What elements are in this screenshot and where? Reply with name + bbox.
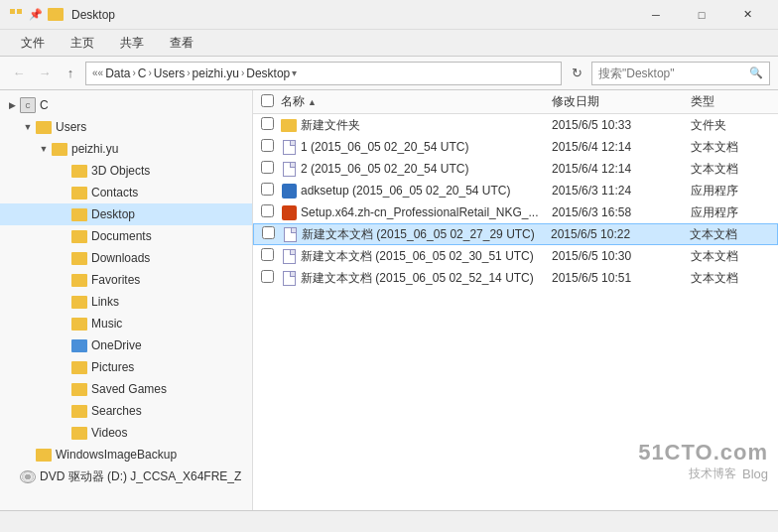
file-row-newtxt1[interactable]: 新建文本文档 (2015_06_05 02_27_29 UTC) 2015/6/… (253, 223, 778, 245)
quick-access-pin[interactable]: 📌 (28, 7, 44, 23)
folder-icon-peizhi (52, 143, 67, 156)
date-adksetup: 2015/6/3 11:24 (552, 184, 691, 198)
file-row-file1[interactable]: 1 (2015_06_05 02_20_54 UTC) 2015/6/4 12:… (253, 136, 778, 158)
breadcrumb-sep-1: › (132, 67, 135, 78)
folder-icon-pictures (71, 361, 87, 374)
status-bar (0, 510, 778, 532)
sidebar-item-documents[interactable]: ▶ Documents (0, 225, 252, 247)
sidebar-label-dvd: DVD 驱动器 (D:) J_CCSA_X64FRE_Z (40, 468, 241, 485)
type-newfolder: 文件夹 (691, 117, 770, 134)
date-file2: 2015/6/4 12:14 (552, 162, 691, 176)
date-setup: 2015/6/3 16:58 (552, 205, 691, 219)
name-newtxt2: 新建文本文档 (2015_06_05 02_30_51 UTC) (301, 248, 552, 265)
file-row-file2[interactable]: 2 (2015_06_05 02_20_54 UTC) 2015/6/4 12:… (253, 158, 778, 180)
row-check-adksetup[interactable] (261, 183, 281, 199)
sidebar-item-users[interactable]: ▼ Users (0, 116, 252, 138)
row-check-newfolder[interactable] (261, 117, 281, 133)
name-newtxt3: 新建文本文档 (2015_06_05 02_52_14 UTC) (301, 270, 552, 287)
sidebar-label-documents: Documents (91, 229, 152, 243)
sidebar-item-pictures[interactable]: ▶ Pictures (0, 356, 252, 378)
close-button[interactable]: ✕ (724, 0, 770, 30)
breadcrumb-user[interactable]: peizhi.yu (193, 66, 239, 80)
breadcrumb-chevron-0: «« (92, 67, 103, 78)
sidebar-item-windowsimagebackup[interactable]: ▶ WindowsImageBackup (0, 444, 252, 466)
row-check-file2[interactable] (261, 161, 281, 177)
sidebar-item-savedgames[interactable]: ▶ Saved Games (0, 378, 252, 400)
sidebar-item-music[interactable]: ▶ Music (0, 313, 252, 334)
folder-icon-searches (71, 405, 87, 418)
type-newtxt2: 文本文档 (691, 248, 770, 265)
sidebar-label-peizhi: peizhi.yu (71, 142, 118, 156)
back-button[interactable]: ← (8, 63, 30, 84)
sort-arrow-name: ▲ (308, 97, 317, 107)
folder-icon-downloads (71, 252, 87, 265)
file-row-adksetup[interactable]: adksetup (2015_06_05 02_20_54 UTC) 2015/… (253, 180, 778, 201)
name-adksetup: adksetup (2015_06_05 02_20_54 UTC) (301, 184, 552, 198)
sidebar-item-downloads[interactable]: ▶ Downloads (0, 247, 252, 269)
sidebar-item-peizhi[interactable]: ▼ peizhi.yu (0, 138, 252, 160)
search-box[interactable]: 🔍 (591, 62, 770, 85)
forward-button[interactable]: → (34, 63, 56, 84)
expand-arrow-c: ▶ (4, 97, 20, 113)
title-bar-left-icons: 📌 (8, 7, 64, 23)
sidebar-label-pictures: Pictures (91, 360, 134, 374)
sidebar-item-c[interactable]: ▶ C C (0, 94, 252, 116)
maximize-button[interactable]: □ (679, 0, 724, 30)
sidebar-item-3dobjects[interactable]: ▶ 3D Objects (0, 160, 252, 182)
tab-view[interactable]: 查看 (157, 30, 206, 56)
sidebar-item-videos[interactable]: ▶ Videos (0, 422, 252, 444)
name-file1: 1 (2015_06_05 02_20_54 UTC) (301, 140, 552, 154)
breadcrumb-sep-3: › (187, 67, 190, 78)
row-check-setup[interactable] (261, 204, 281, 220)
sidebar-label-savedgames: Saved Games (91, 382, 167, 396)
row-check-newtxt2[interactable] (261, 248, 281, 264)
sidebar-item-desktop[interactable]: ▶ Desktop (0, 203, 252, 225)
sidebar: ▶ C C ▼ Users ▼ peizhi.yu ▶ 3D Objects ▶… (0, 90, 253, 510)
expand-arrow-users: ▼ (20, 119, 36, 135)
header-date[interactable]: 修改日期 (552, 93, 691, 110)
folder-icon-favorites (71, 274, 87, 287)
sidebar-item-contacts[interactable]: ▶ Contacts (0, 182, 252, 203)
sidebar-item-dvd[interactable]: ▶ DVD 驱动器 (D:) J_CCSA_X64FRE_Z (0, 466, 252, 487)
file-row-setup[interactable]: Setup.x64.zh-cn_ProfessionalRetail_NKG_.… (253, 201, 778, 223)
folder-icon-savedgames (71, 383, 87, 396)
search-input[interactable] (598, 66, 749, 80)
sidebar-label-onedrive: OneDrive (91, 338, 142, 352)
row-check-newtxt1[interactable] (262, 226, 282, 242)
breadcrumb-c[interactable]: C (138, 66, 147, 80)
sidebar-item-searches[interactable]: ▶ Searches (0, 400, 252, 422)
file-list: 名称 ▲ 修改日期 类型 新建文件夹 2015/6/5 10:33 文件夹 (253, 90, 778, 510)
breadcrumb-desktop[interactable]: Desktop (246, 66, 290, 80)
window-menu-icon[interactable] (8, 7, 24, 23)
header-type[interactable]: 类型 (691, 93, 770, 110)
drive-icon-c: C (20, 97, 36, 113)
sidebar-item-favorites[interactable]: ▶ Favorites (0, 269, 252, 291)
header-name[interactable]: 名称 ▲ (281, 93, 552, 110)
sidebar-label-downloads: Downloads (91, 251, 150, 265)
tab-share[interactable]: 共享 (107, 30, 157, 56)
file-row-newtxt3[interactable]: 新建文本文档 (2015_06_05 02_52_14 UTC) 2015/6/… (253, 267, 778, 289)
name-newtxt1: 新建文本文档 (2015_06_05 02_27_29 UTC) (302, 226, 551, 243)
tab-file[interactable]: 文件 (8, 30, 58, 56)
breadcrumb-data[interactable]: Data (105, 66, 130, 80)
file-row-newtxt2[interactable]: 新建文本文档 (2015_06_05 02_30_51 UTC) 2015/6/… (253, 245, 778, 267)
folder-icon-videos (71, 427, 87, 440)
refresh-button[interactable]: ↻ (566, 63, 587, 84)
row-check-file1[interactable] (261, 139, 281, 155)
folder-icon-music (71, 318, 87, 331)
icon-newtxt2 (281, 248, 297, 264)
breadcrumb-users[interactable]: Users (154, 66, 185, 80)
sidebar-item-links[interactable]: ▶ Links (0, 291, 252, 313)
folder-icon-desktop (71, 208, 87, 221)
minimize-button[interactable]: ─ (633, 0, 679, 30)
breadcrumb[interactable]: «« Data › C › Users › peizhi.yu › Deskto… (85, 62, 562, 85)
up-button[interactable]: ↑ (60, 63, 81, 84)
row-check-newtxt3[interactable] (261, 270, 281, 286)
icon-setup (281, 204, 297, 220)
icon-adksetup (281, 183, 297, 199)
file-row-newfolder[interactable]: 新建文件夹 2015/6/5 10:33 文件夹 (253, 114, 778, 136)
select-all-checkbox[interactable] (261, 94, 274, 107)
sidebar-label-c: C (40, 98, 49, 112)
sidebar-item-onedrive[interactable]: ▶ OneDrive (0, 334, 252, 356)
tab-home[interactable]: 主页 (58, 30, 107, 56)
